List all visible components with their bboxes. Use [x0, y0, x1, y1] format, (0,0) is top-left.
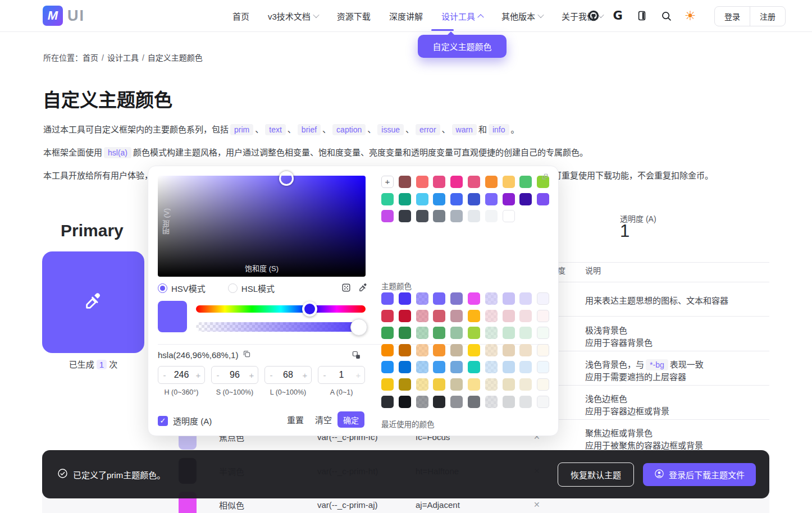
gitee-icon[interactable]: G [612, 10, 624, 22]
theme-color-swatch[interactable] [416, 344, 428, 356]
random-dice-icon[interactable] [341, 282, 352, 295]
github-icon[interactable] [587, 10, 600, 22]
theme-color-swatch[interactable] [468, 310, 480, 322]
color-swatch[interactable] [399, 176, 411, 188]
theme-color-swatch[interactable] [399, 327, 411, 339]
copy-icon[interactable] [243, 350, 251, 360]
breadcrumb-item-0[interactable]: 首页 [83, 53, 98, 62]
float-window-icon[interactable] [541, 172, 549, 182]
color-swatch[interactable] [416, 210, 428, 222]
mobile-icon[interactable] [636, 10, 648, 22]
color-swatch[interactable] [416, 176, 428, 188]
theme-color-swatch[interactable] [485, 396, 498, 408]
theme-color-swatch[interactable] [503, 292, 515, 305]
theme-color-swatch[interactable] [433, 327, 445, 339]
theme-color-swatch[interactable] [381, 292, 394, 305]
alpha-slider-handle[interactable] [350, 319, 367, 336]
alpha-slider[interactable] [196, 322, 366, 332]
alpha-checkbox[interactable]: ✓ [158, 416, 168, 426]
theme-color-swatch[interactable] [450, 310, 463, 322]
color-swatch[interactable] [519, 193, 532, 205]
stepper-value[interactable]: 246 [171, 370, 192, 380]
stepper-value[interactable]: 96 [224, 370, 245, 380]
theme-color-swatch[interactable] [381, 396, 394, 408]
color-swatch[interactable] [416, 193, 428, 205]
confirm-button[interactable]: 确定 [337, 411, 364, 428]
hue-slider-handle[interactable] [302, 301, 317, 317]
minus-button[interactable]: - [318, 370, 331, 380]
saturation-value-panel[interactable]: 明度 (V) 饱和度 (S) [158, 176, 366, 277]
theme-color-swatch[interactable] [503, 344, 515, 356]
nav-item-5[interactable]: 其他版本 [501, 10, 543, 22]
sv-handle[interactable] [279, 171, 294, 186]
theme-sun-icon[interactable]: ☀ [684, 10, 696, 22]
theme-color-swatch[interactable] [519, 378, 532, 391]
login-button[interactable]: 登录 [715, 7, 750, 26]
breadcrumb-item-1[interactable]: 设计工具 [107, 53, 139, 62]
theme-color-swatch[interactable] [485, 292, 498, 305]
nav-item-3[interactable]: 深度讲解 [389, 10, 423, 22]
theme-color-swatch[interactable] [468, 344, 480, 356]
color-swatch[interactable] [485, 193, 498, 205]
nav-item-2[interactable]: 资源下载 [337, 10, 371, 22]
color-swatch[interactable] [485, 176, 498, 188]
theme-color-swatch[interactable] [381, 327, 394, 339]
color-swatch[interactable] [468, 176, 480, 188]
theme-color-swatch[interactable] [503, 361, 515, 373]
color-swatch[interactable] [485, 210, 498, 222]
theme-color-swatch[interactable] [399, 292, 411, 305]
theme-color-swatch[interactable] [416, 378, 428, 391]
theme-color-swatch[interactable] [416, 292, 428, 305]
theme-color-swatch[interactable] [433, 378, 445, 391]
color-swatch[interactable] [450, 176, 463, 188]
primary-color-swatch[interactable] [42, 251, 144, 353]
theme-color-swatch[interactable] [433, 344, 445, 356]
restore-default-theme-button[interactable]: 恢复默认主题 [558, 462, 634, 487]
theme-color-swatch[interactable] [537, 310, 549, 322]
plus-button[interactable]: + [192, 370, 204, 380]
theme-color-swatch[interactable] [450, 396, 463, 408]
theme-color-swatch[interactable] [468, 292, 480, 305]
theme-color-swatch[interactable] [399, 344, 411, 356]
color-swatch[interactable] [399, 193, 411, 205]
theme-color-swatch[interactable] [468, 396, 480, 408]
nav-dropdown-item-custom-theme[interactable]: 自定义主题颜色 [418, 35, 507, 58]
theme-color-swatch[interactable] [381, 344, 394, 356]
register-button[interactable]: 注册 [750, 7, 785, 26]
theme-color-swatch[interactable] [537, 292, 549, 305]
color-swatch[interactable] [433, 176, 445, 188]
theme-color-swatch[interactable] [433, 396, 445, 408]
theme-color-swatch[interactable] [468, 327, 480, 339]
color-swatch[interactable] [503, 176, 515, 188]
theme-color-swatch[interactable] [503, 378, 515, 391]
logo[interactable]: M UI [43, 6, 85, 26]
color-swatch[interactable] [433, 210, 445, 222]
search-icon[interactable] [660, 10, 672, 22]
theme-color-swatch[interactable] [503, 310, 515, 322]
theme-color-swatch[interactable] [399, 396, 411, 408]
theme-color-swatch[interactable] [537, 327, 549, 339]
color-swatch[interactable] [381, 193, 394, 205]
hsv-radio[interactable] [158, 283, 167, 293]
theme-color-swatch[interactable] [537, 396, 549, 408]
theme-color-swatch[interactable] [381, 361, 394, 373]
theme-color-swatch[interactable] [416, 310, 428, 322]
minus-button[interactable]: - [212, 370, 224, 380]
color-swatch[interactable] [503, 193, 515, 205]
theme-color-swatch[interactable] [399, 310, 411, 322]
theme-color-swatch[interactable] [503, 327, 515, 339]
eyedropper-tool-icon[interactable] [358, 283, 368, 295]
theme-color-swatch[interactable] [433, 361, 445, 373]
color-swatch[interactable] [519, 176, 532, 188]
color-swatch[interactable] [399, 210, 411, 222]
nav-item-1[interactable]: v3技术文档 [268, 10, 318, 22]
stepper-value[interactable]: 68 [277, 370, 299, 380]
theme-color-swatch[interactable] [450, 327, 463, 339]
clear-button[interactable]: 清空 [315, 414, 332, 425]
hue-slider[interactable] [196, 305, 366, 313]
theme-color-swatch[interactable] [519, 327, 532, 339]
color-swatch[interactable] [450, 193, 463, 205]
theme-color-swatch[interactable] [503, 396, 515, 408]
nav-item-0[interactable]: 首页 [232, 10, 249, 22]
theme-color-swatch[interactable] [519, 310, 532, 322]
